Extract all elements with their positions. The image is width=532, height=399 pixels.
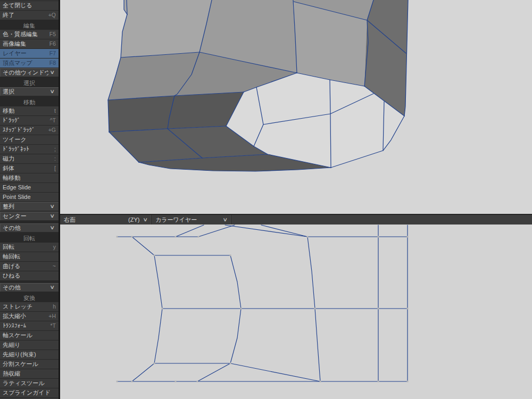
sidebar-item-label: 画像編集 [3,39,49,48]
sidebar-item-label: ストレッチ [3,302,53,311]
sidebar-item[interactable]: ﾄﾞﾗｯｸﾞﾈｯﾄ; [0,145,59,154]
sidebar-item-label: ﾄﾗﾝｽﾌｫｰﾑ [3,321,51,330]
sidebar-dropdown-item[interactable]: センター∨ [0,212,59,221]
sidebar-item-label: 終了 [3,11,48,20]
chevron-down-icon: ∨ [50,223,55,233]
viewport-right-zy[interactable] [60,225,532,399]
sidebar-item[interactable]: ﾄﾞﾗｯｸﾞ^T [0,116,59,125]
shortcut-label: t [54,106,56,115]
shortcut-label: ; [54,145,56,154]
sidebar-dropdown-item[interactable]: その他∨ [0,223,59,232]
shortcut-label: +Q [48,11,56,20]
chevron-down-icon: ∨ [50,68,55,78]
sidebar-item-label: スプラインガイド [3,388,56,397]
wireframe-line-v-tilted [307,237,320,381]
sidebar-item[interactable]: 先細り [0,340,59,350]
sidebar-item-label: 全て閉じる [3,1,56,10]
sidebar-item-label: 先細り [3,340,56,350]
sidebar-item[interactable]: ストレッチh [0,302,59,311]
sidebar-item[interactable]: 先細り(拘束) [0,350,59,359]
vertex-dot [117,381,118,383]
sidebar-item[interactable]: 回転y [0,243,59,252]
view-direction-dropdown[interactable]: 右面 (ZY) ∨ [60,215,152,225]
view-axis-label: (ZY) [128,217,139,223]
sidebar-group: 全て閉じる終了+Q [0,1,59,20]
sidebar-item-label: その他 [3,223,48,232]
shortcut-label: [ [54,164,56,173]
sidebar-group: 編集色・質感編集F5画像編集F6レイヤーF7頂点マップF8その他ウィンドウ∨ [0,22,59,77]
sidebar-item[interactable]: ひねる [0,271,59,280]
sidebar-item-label: 磁力 [3,154,54,163]
sidebar-item[interactable]: スプラインガイド [0,388,59,397]
sidebar-dropdown-item[interactable]: その他ウィンドウ∨ [0,68,59,77]
display-mode-dropdown[interactable]: カラーワイヤー ∨ [152,215,231,225]
vertex-dot [378,381,379,383]
shortcut-label: ^T [50,116,56,125]
sidebar-item[interactable]: 終了+Q [0,11,59,20]
shortcut-label: h [53,302,56,311]
sidebar-group: 回転回転y軸回転曲げる~ひねるその他∨ [0,235,59,292]
sidebar-dropdown-item[interactable]: 整列∨ [0,202,59,211]
viewport-perspective[interactable] [60,0,532,214]
sidebar-item[interactable]: 軸回転 [0,252,59,261]
sidebar-item[interactable]: 拡大縮小+H [0,312,59,321]
vertex-dot [198,236,200,238]
sidebar-item[interactable]: 分割スケール [0,360,59,369]
vertex-dot [314,308,316,310]
sidebar-item[interactable]: ラティスツール [0,379,59,388]
shortcut-label: +G [48,126,56,135]
section-header: 移動 [0,99,59,105]
sidebar-item[interactable]: Point Slide [0,193,59,202]
sidebar-item[interactable]: 全て閉じる [0,1,59,10]
vertex-dot [320,381,321,383]
sidebar-item[interactable]: 熱収縮 [0,369,59,378]
tool-sidebar: 全て閉じる終了+Q編集色・質感編集F5画像編集F6レイヤーF7頂点マップF8その… [0,0,59,399]
vertex-dot [131,236,133,238]
vertex-dot [131,381,133,383]
mesh-canvas-perspective[interactable] [60,0,532,214]
mesh-canvas-right-zy[interactable] [60,225,532,399]
sidebar-item[interactable]: 斜体[ [0,164,59,173]
sidebar-item[interactable]: ツイーク [0,135,59,144]
sidebar-item-label: 頂点マップ [3,59,49,68]
vertex-dot [154,255,155,256]
section-header: 選択 [0,80,59,86]
sidebar-item[interactable]: 頂点マップF8 [0,59,59,68]
vertex-dot [117,236,118,238]
sidebar-item-label: 移動 [3,106,54,115]
chevron-down-icon: ∨ [50,282,55,293]
sidebar-item[interactable]: Edge Slide [0,183,59,192]
sidebar-dropdown-item[interactable]: その他∨ [0,283,59,292]
wireframe-line-d-up-2 [198,225,235,237]
section-header: 回転 [0,235,59,242]
sidebar-item-label: ﾄﾞﾗｯｸﾞﾈｯﾄ [3,145,54,154]
sidebar-item[interactable]: 曲げる~ [0,262,59,271]
sidebar-item[interactable]: レイヤーF7 [0,49,59,58]
sidebar-dropdown-item[interactable]: 選択∨ [0,87,59,96]
sidebar-item-label: その他 [3,283,48,292]
chevron-down-icon: ∨ [143,214,148,225]
wireframe-line-v-curve-right [230,255,241,363]
sidebar-item[interactable]: ｽﾅｯﾌﾟﾄﾞﾗｯｸﾞ+G [0,126,59,135]
sidebar-item-label: 斜体 [3,164,54,173]
sidebar-item[interactable]: 磁力: [0,154,59,163]
sidebar-group: 移動移動tﾄﾞﾗｯｸﾞ^Tｽﾅｯﾌﾟﾄﾞﾗｯｸﾞ+Gツイークﾄﾞﾗｯｸﾞﾈｯﾄ;… [0,99,59,232]
sidebar-item-label: Edge Slide [3,183,56,192]
sidebar-item-label: 先細り(拘束) [3,350,56,359]
sidebar-item[interactable]: 軸移動 [0,173,59,182]
sidebar-item[interactable]: 画像編集F6 [0,39,59,48]
sidebar-item[interactable]: 移動t [0,106,59,115]
vertex-dot [175,381,177,383]
section-header: 編集 [0,22,59,29]
sidebar-item-label: ラティスツール [3,379,56,388]
wireframe-line-d-down-right-1 [225,225,307,237]
section-header: 変換 [0,295,59,301]
sidebar-item[interactable]: ﾄﾗﾝｽﾌｫｰﾑ*T [0,321,59,330]
sidebar-item[interactable]: 軸スケール [0,331,59,340]
chevron-down-icon: ∨ [223,214,228,225]
sidebar-item[interactable]: 色・質感編集F5 [0,30,59,39]
sidebar-item-label: 分割スケール [3,360,56,369]
shortcut-label: ~ [53,262,56,271]
mesh-face-light-left [121,0,212,57]
sidebar-item-label: センター [3,212,48,221]
